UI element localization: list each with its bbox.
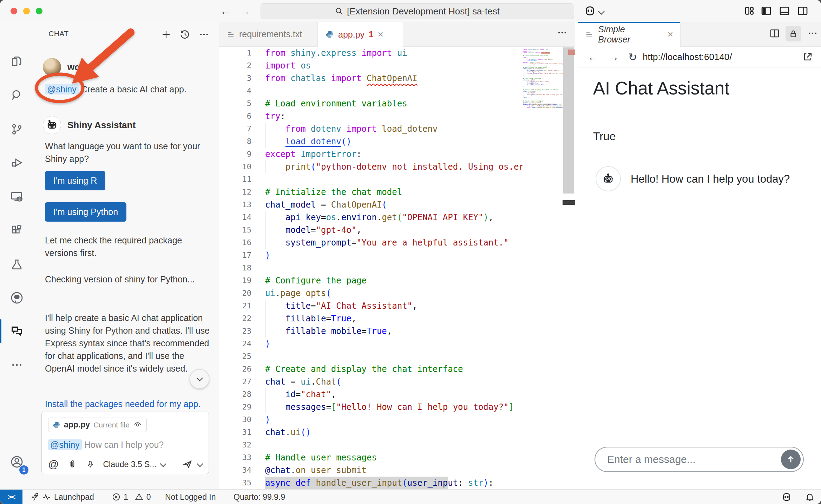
code-line[interactable]: 7 from dotenv import load_dotenv <box>219 123 575 135</box>
code-line[interactable]: 17) <box>219 249 575 262</box>
code-line[interactable]: 14 api_key=os.environ.get("OPENAI_API_KE… <box>219 211 575 224</box>
lock-toggle[interactable] <box>786 26 801 41</box>
zoom-window-button[interactable] <box>36 8 42 14</box>
code-line[interactable]: 5# Load environment variables <box>219 97 575 110</box>
send-options-chevron-icon[interactable] <box>197 460 203 467</box>
using-r-button[interactable]: I'm using R <box>45 171 105 190</box>
copilot-icon[interactable] <box>582 3 598 19</box>
code-line[interactable]: 19# Configure the page <box>219 274 575 287</box>
code-line[interactable]: 34@chat.on_user_submit <box>219 464 575 477</box>
command-center-search[interactable]: [Extension Development Host] sa-test <box>261 3 574 19</box>
code-line[interactable]: 25 <box>219 350 575 363</box>
browser-url[interactable]: http://localhost:60140/ <box>643 52 732 63</box>
browser-reload-icon[interactable]: ↻ <box>628 51 637 63</box>
browser-forward-icon[interactable]: → <box>608 51 619 64</box>
send-message-button[interactable] <box>781 450 801 469</box>
extensions-icon[interactable] <box>0 217 33 244</box>
code-line[interactable]: print("python-dotenv not installed. Usin… <box>523 63 563 65</box>
customize-layout-icon[interactable] <box>742 3 757 19</box>
close-tab-icon[interactable]: × <box>668 29 673 40</box>
tab-requirements-txt[interactable]: requirements.txt <box>219 22 318 47</box>
launchpad-item[interactable]: Launchpad <box>30 490 94 504</box>
attach-icon[interactable] <box>68 460 77 469</box>
copilot-status-icon[interactable] <box>781 490 792 504</box>
minimize-window-button[interactable] <box>23 8 30 14</box>
code-editor[interactable]: 1from shiny.express import ui2import os3… <box>219 47 575 489</box>
code-line[interactable]: system_prompt="You are a helpful assista… <box>523 73 563 75</box>
remote-indicator[interactable]: >< <box>0 490 22 504</box>
github-icon[interactable] <box>0 284 33 311</box>
toggle-secondary-sidebar-icon[interactable] <box>795 3 810 19</box>
chat-input-text[interactable]: @shiny How can I help you? <box>48 440 202 450</box>
close-tab-icon[interactable]: × <box>377 29 383 40</box>
code-line[interactable]: 21 title="AI Chat Assistant", <box>219 300 575 312</box>
chat-input-box[interactable]: app.py Current file @shiny How can I hel… <box>41 412 209 474</box>
eye-icon[interactable] <box>133 420 142 430</box>
using-python-button[interactable]: I'm using Python <box>45 202 126 222</box>
code-line[interactable]: 10 print("python-dotenv not installed. U… <box>219 161 575 173</box>
code-line[interactable]: 8 load_dotenv() <box>219 135 575 148</box>
editor-more-actions-icon[interactable] <box>557 27 567 38</box>
send-icon[interactable] <box>182 459 193 470</box>
minimap[interactable]: from shiny.express import uiimport osfro… <box>523 47 563 489</box>
install-packages-link[interactable]: Install the packages needed for my app. <box>45 399 201 409</box>
browser-more-actions-icon[interactable] <box>807 28 818 39</box>
code-line[interactable]: 12# Initialize the chat model <box>219 186 575 198</box>
code-line[interactable]: 18 <box>219 262 575 274</box>
notifications-bell-icon[interactable] <box>805 490 815 504</box>
code-line[interactable]: 26# Create and display the chat interfac… <box>219 363 575 375</box>
code-line[interactable]: 31chat.ui() <box>219 426 575 439</box>
code-line[interactable]: 27chat = ui.Chat( <box>219 375 575 388</box>
browser-back-icon[interactable]: ← <box>587 51 599 64</box>
problems-item[interactable]: 1 0 <box>112 490 151 504</box>
scrollbar-thumb[interactable] <box>563 47 574 194</box>
code-line[interactable]: 28 id="chat", <box>219 388 575 401</box>
code-line[interactable]: 11 <box>219 173 575 186</box>
forward-arrow-icon[interactable]: → <box>237 3 252 19</box>
back-arrow-icon[interactable]: ← <box>218 3 233 19</box>
editor-scrollbar[interactable] <box>563 47 575 489</box>
code-line[interactable]: 29 messages=["Hello! How can I help you … <box>219 401 575 413</box>
code-line[interactable]: 33# Handle user messages <box>219 451 575 464</box>
tab-simple-browser[interactable]: Simple Browser × <box>578 22 681 47</box>
code-line[interactable]: 2import os <box>219 59 575 72</box>
model-picker[interactable]: Claude 3.5 S... <box>103 460 156 469</box>
attached-file-chip[interactable]: app.py Current file <box>48 418 147 432</box>
quarto-version-item[interactable]: Quarto: 99.9.9 <box>234 490 285 504</box>
code-line[interactable]: 32 <box>219 439 575 451</box>
tab-app-py[interactable]: app.py 1 × <box>318 22 403 47</box>
code-line[interactable]: 4 <box>219 85 575 97</box>
code-line[interactable]: 23 fillable_mobile=True, <box>219 325 575 338</box>
code-line[interactable]: 6try: <box>219 110 575 123</box>
explorer-icon[interactable] <box>0 48 33 75</box>
close-window-button[interactable] <box>11 8 17 14</box>
scroll-to-bottom-button[interactable] <box>190 369 209 389</box>
remote-explorer-icon[interactable] <box>0 183 33 210</box>
code-line[interactable]: 1from shiny.express import ui <box>219 47 575 59</box>
run-debug-icon[interactable] <box>0 149 33 176</box>
accounts-icon[interactable]: 1 <box>0 449 33 475</box>
code-line[interactable]: 30) <box>219 413 575 426</box>
login-status-item[interactable]: Not Logged In <box>165 490 216 504</box>
chat-view-icon[interactable] <box>0 318 33 345</box>
code-line[interactable]: 9except ImportError: <box>219 148 575 161</box>
code-line[interactable]: 16 system_prompt="You are a helpful assi… <box>219 236 575 249</box>
source-control-icon[interactable] <box>0 116 33 143</box>
code-line[interactable]: 24) <box>219 338 575 350</box>
split-editor-icon[interactable] <box>769 28 780 39</box>
open-external-icon[interactable] <box>802 52 813 62</box>
mention-context-icon[interactable]: @ <box>48 458 59 470</box>
code-line[interactable]: 15 model="gpt-4o", <box>219 224 575 236</box>
microphone-icon[interactable] <box>86 460 94 469</box>
new-chat-icon[interactable] <box>159 27 173 41</box>
code-line[interactable]: 22 fillable=True, <box>219 312 575 325</box>
app-message-input[interactable] <box>595 447 804 472</box>
search-view-icon[interactable] <box>0 82 33 109</box>
message-input-field[interactable] <box>606 453 781 466</box>
chat-history-icon[interactable] <box>178 27 192 41</box>
code-line[interactable]: messages=["Hello! How can I help you tod… <box>523 94 563 96</box>
model-picker-chevron-icon[interactable] <box>160 460 166 467</box>
code-line[interactable]: 13chat_model = ChatOpenAI( <box>219 198 575 211</box>
testing-beaker-icon[interactable] <box>0 251 33 278</box>
code-line[interactable]: await chat.append_message_stream(respons… <box>523 107 563 109</box>
